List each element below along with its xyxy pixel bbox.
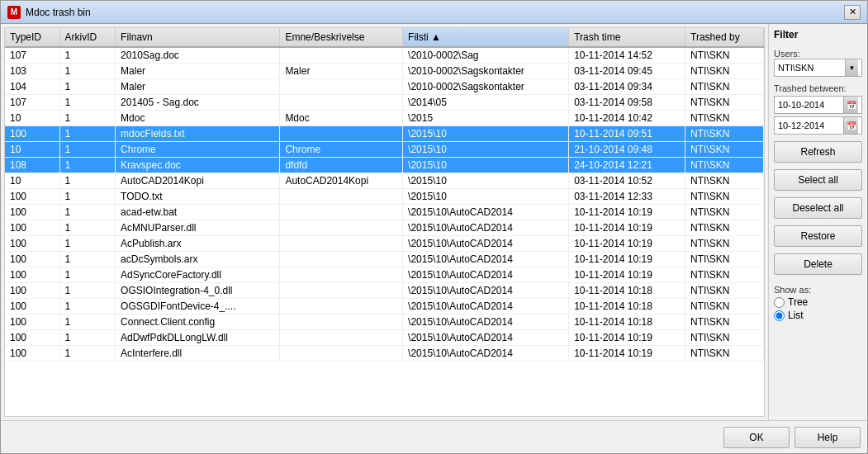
cell-typeId: 100 — [5, 220, 59, 236]
table-row[interactable]: 101ChromeChrome\2015\1021-10-2014 09:48N… — [5, 142, 764, 158]
date-from-calendar-button[interactable]: 📅 — [843, 97, 858, 113]
deselect-all-button[interactable]: Deselect all — [774, 197, 862, 219]
table-row[interactable]: 1071201405 - Sag.doc\2014\0503-11-2014 0… — [5, 95, 764, 111]
cell-arkivId: 1 — [59, 142, 116, 158]
cell-filnavn: AutoCAD2014Kopi — [116, 173, 280, 189]
col-trashedby[interactable]: Trashed by — [685, 28, 764, 47]
date-to-field[interactable]: 10-12-2014 📅 — [774, 116, 862, 135]
table-row[interactable]: 1001TODO.txt\2015\1003-11-2014 12:33NTI\… — [5, 189, 764, 205]
cell-trashTime: 10-11-2014 10:19 — [569, 220, 685, 236]
table-row[interactable]: 1001acad-etw.bat\2015\10\AutoCAD201410-1… — [5, 205, 764, 220]
cell-filsti: \2015\10 — [403, 158, 569, 173]
close-button[interactable]: ✕ — [844, 5, 861, 20]
cell-trashTime: 24-10-2014 12:21 — [569, 158, 685, 173]
cell-trashTime: 10-11-2014 10:19 — [569, 205, 685, 220]
cell-filsti: \2015\10\AutoCAD2014 — [403, 346, 569, 362]
table-row[interactable]: 1001mdocFields.txt\2015\1010-11-2014 09:… — [5, 126, 764, 142]
cell-arkivId: 1 — [59, 189, 116, 205]
cell-trashedBy: NTI\SKN — [685, 126, 764, 142]
date-from-value: 10-10-2014 — [778, 100, 824, 110]
cell-filsti: \2015\10\AutoCAD2014 — [403, 220, 569, 236]
table-row[interactable]: 1001OGSIOIntegration-4_0.dll\2015\10\Aut… — [5, 283, 764, 299]
cell-trashTime: 10-11-2014 10:19 — [569, 330, 685, 346]
cell-trashedBy: NTI\SKN — [685, 158, 764, 173]
cell-emne — [280, 189, 403, 205]
cell-arkivId: 1 — [59, 220, 116, 236]
col-emne[interactable]: Emne/Beskrivelse — [280, 28, 403, 47]
cell-typeId: 100 — [5, 267, 59, 283]
cell-typeId: 10 — [5, 173, 59, 189]
ok-button[interactable]: OK — [723, 427, 790, 448]
cell-emne: dfdfd — [280, 158, 403, 173]
cell-typeId: 100 — [5, 205, 59, 220]
date-from-field[interactable]: 10-10-2014 📅 — [774, 96, 862, 114]
table-row[interactable]: 1001AcPublish.arx\2015\10\AutoCAD201410-… — [5, 236, 764, 252]
table-row[interactable]: 10712010Sag.doc\2010-0002\Sag10-11-2014 … — [5, 47, 764, 64]
cell-emne — [280, 252, 403, 267]
list-radio-row: List — [774, 310, 862, 321]
restore-button[interactable]: Restore — [774, 225, 862, 247]
cell-emne: Mdoc — [280, 111, 403, 126]
table-row[interactable]: 1001AdDwfPdkDLLongLW.dll\2015\10\AutoCAD… — [5, 330, 764, 346]
tree-radio[interactable] — [774, 297, 785, 308]
cell-filnavn: Maler — [116, 79, 280, 95]
cell-filnavn: 2010Sag.doc — [116, 47, 280, 64]
table-row[interactable]: 1001AcMNUParser.dll\2015\10\AutoCAD20141… — [5, 220, 764, 236]
cell-trashTime: 10-11-2014 09:51 — [569, 126, 685, 142]
cell-filnavn: AcMNUParser.dll — [116, 220, 280, 236]
cell-filsti: \2015\10\AutoCAD2014 — [403, 314, 569, 330]
cell-arkivId: 1 — [59, 126, 116, 142]
cell-trashedBy: NTI\SKN — [685, 252, 764, 267]
select-all-button[interactable]: Select all — [774, 169, 862, 191]
cell-filnavn: TODO.txt — [116, 189, 280, 205]
table-row[interactable]: 1001AcInterfere.dll\2015\10\AutoCAD20141… — [5, 346, 764, 362]
table-row[interactable]: 101AutoCAD2014KopiAutoCAD2014Kopi\2015\1… — [5, 173, 764, 189]
cell-typeId: 100 — [5, 346, 59, 362]
delete-button[interactable]: Delete — [774, 253, 862, 275]
cell-trashedBy: NTI\SKN — [685, 283, 764, 299]
cell-emne: AutoCAD2014Kopi — [280, 173, 403, 189]
cell-trashedBy: NTI\SKN — [685, 205, 764, 220]
users-section: Users: NTI\SKN ▼ — [774, 49, 862, 77]
col-trashtime[interactable]: Trash time — [569, 28, 685, 47]
help-button[interactable]: Help — [794, 427, 861, 448]
col-typeid[interactable]: TypeID — [5, 28, 59, 47]
list-radio[interactable] — [774, 310, 785, 321]
users-combo[interactable]: NTI\SKN ▼ — [774, 59, 862, 77]
table-body: 10712010Sag.doc\2010-0002\Sag10-11-2014 … — [5, 47, 764, 362]
cell-trashedBy: NTI\SKN — [685, 111, 764, 126]
cell-emne — [280, 267, 403, 283]
table-row[interactable]: 1041Maler\2010-0002\Sagskontakter03-11-2… — [5, 79, 764, 95]
title-bar: M Mdoc trash bin ✕ — [1, 1, 867, 24]
trashed-between-section: Trashed between: 10-10-2014 📅 10-12-2014… — [774, 83, 862, 135]
table-row[interactable]: 1031MalerMaler\2010-0002\Sagskontakter03… — [5, 64, 764, 79]
cell-filsti: \2015\10 — [403, 173, 569, 189]
tree-label: Tree — [788, 296, 808, 308]
col-filsti[interactable]: Filsti ▲ — [403, 28, 569, 47]
filter-label: Filter — [774, 29, 862, 40]
cell-trashedBy: NTI\SKN — [685, 95, 764, 111]
table-row[interactable]: 1081Kravspec.docdfdfd\2015\1024-10-2014 … — [5, 158, 764, 173]
table-row[interactable]: 1001AdSyncCoreFactory.dll\2015\10\AutoCA… — [5, 267, 764, 283]
cell-filsti: \2015\10\AutoCAD2014 — [403, 330, 569, 346]
cell-emne — [280, 47, 403, 64]
cell-trashTime: 03-11-2014 09:34 — [569, 79, 685, 95]
app-icon: M — [7, 6, 21, 19]
table-container[interactable]: TypeID ArkivID Filnavn Emne/Beskrivelse … — [4, 27, 765, 417]
cell-trashedBy: NTI\SKN — [685, 299, 764, 314]
table-row[interactable]: 1001acDcSymbols.arx\2015\10\AutoCAD20141… — [5, 252, 764, 267]
cell-trashTime: 03-11-2014 10:52 — [569, 173, 685, 189]
col-arkivid[interactable]: ArkivID — [59, 28, 116, 47]
cell-typeId: 108 — [5, 158, 59, 173]
table-row[interactable]: 1001OGSGDIFontDevice-4_....\2015\10\Auto… — [5, 299, 764, 314]
table-row[interactable]: 1001Connect.Client.config\2015\10\AutoCA… — [5, 314, 764, 330]
cell-typeId: 100 — [5, 126, 59, 142]
table-row[interactable]: 101MdocMdoc\201510-11-2014 10:42NTI\SKN — [5, 111, 764, 126]
cell-filsti: \2015\10\AutoCAD2014 — [403, 252, 569, 267]
main-area: TypeID ArkivID Filnavn Emne/Beskrivelse … — [1, 24, 768, 420]
users-combo-arrow[interactable]: ▼ — [845, 59, 858, 76]
date-to-calendar-button[interactable]: 📅 — [843, 117, 858, 134]
col-filnavn[interactable]: Filnavn — [116, 28, 280, 47]
cell-filsti: \2015\10\AutoCAD2014 — [403, 236, 569, 252]
refresh-button[interactable]: Refresh — [774, 141, 862, 163]
